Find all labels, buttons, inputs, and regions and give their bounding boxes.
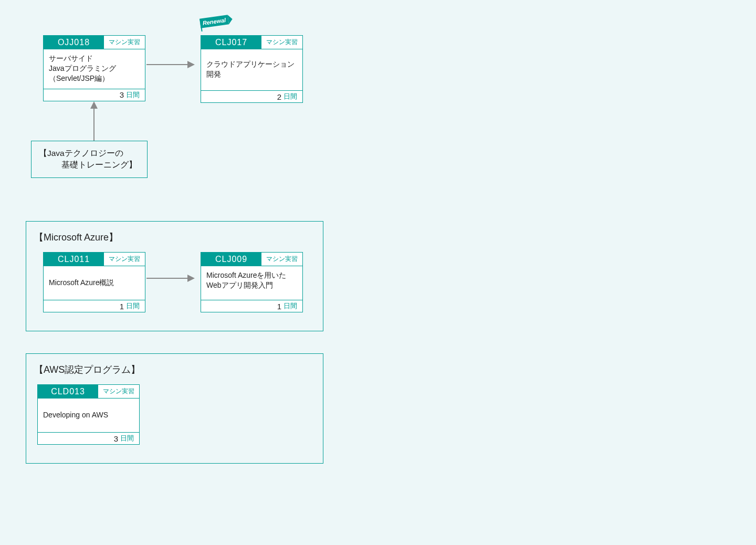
- machine-practice-tag: マシン実習: [261, 253, 302, 266]
- renewal-badge-icon: Renewal: [200, 17, 235, 32]
- machine-practice-tag: マシン実習: [261, 36, 302, 49]
- prerequisite-box[interactable]: 【Javaテクノロジーの 基礎トレーニング】: [31, 141, 148, 178]
- course-card[interactable]: CLJ009 マシン実習 Microsoft Azureを用いた Webアプリ開…: [201, 252, 303, 312]
- arrow-icon: [93, 102, 94, 141]
- course-duration: 3日間: [44, 89, 145, 101]
- course-duration: 1日間: [44, 300, 145, 312]
- arrow-icon: [146, 64, 194, 65]
- course-duration: 2日間: [201, 90, 302, 102]
- course-code: OJJ018: [44, 36, 104, 49]
- course-card[interactable]: OJJ018 マシン実習 サーバサイド Javaプログラミング （Servlet…: [43, 35, 145, 101]
- group-title: 【AWS認定プログラム】: [34, 363, 140, 376]
- group-title: 【Microsoft Azure】: [34, 231, 118, 244]
- course-card[interactable]: CLJ011 マシン実習 Microsoft Azure概説 1日間: [43, 252, 145, 312]
- course-code: CLD013: [38, 385, 98, 399]
- machine-practice-tag: マシン実習: [98, 385, 139, 399]
- course-title: Microsoft Azureを用いた Webアプリ開発入門: [201, 266, 302, 300]
- course-card[interactable]: CLJ017 マシン実習 クラウドアプリケーション開発 2日間: [201, 35, 303, 103]
- course-card[interactable]: CLD013 マシン実習 Developing on AWS 3日間: [37, 384, 140, 445]
- course-code: CLJ017: [201, 36, 261, 49]
- course-code: CLJ011: [44, 253, 104, 266]
- course-code: CLJ009: [201, 253, 261, 266]
- machine-practice-tag: マシン実習: [104, 36, 145, 49]
- arrow-icon: [146, 278, 194, 279]
- course-duration: 1日間: [201, 300, 302, 312]
- course-title: サーバサイド Javaプログラミング （Servlet/JSP編）: [44, 49, 145, 89]
- machine-practice-tag: マシン実習: [104, 253, 145, 266]
- course-duration: 3日間: [38, 432, 139, 444]
- course-title: Microsoft Azure概説: [44, 266, 145, 300]
- course-title: Developing on AWS: [38, 399, 139, 432]
- course-title: クラウドアプリケーション開発: [201, 49, 302, 90]
